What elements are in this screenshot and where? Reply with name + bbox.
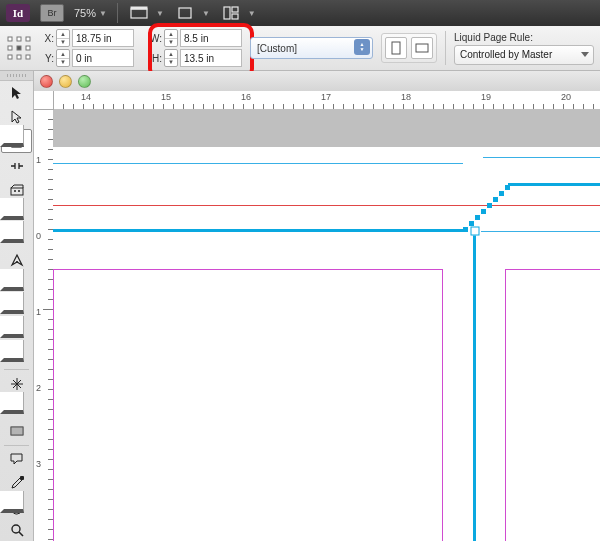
document-window: 14 15 16 17 18 19 20 1 0 1 2 3 [34,71,600,541]
ruler-number: 15 [161,92,171,102]
ruler-number: 20 [561,92,571,102]
portrait-button[interactable] [385,37,407,59]
svg-rect-7 [17,37,21,41]
free-transform-tool[interactable] [0,372,33,396]
chevron-down-icon: ▼ [248,9,256,18]
svg-point-20 [18,190,20,192]
svg-rect-18 [11,188,23,195]
chevron-down-icon: ▼ [99,9,107,18]
gradient-feather-tool[interactable] [0,419,33,443]
y-label: Y: [40,53,54,64]
zoom-level-dropdown[interactable]: 75% ▼ [74,7,107,19]
w-label: W: [148,33,162,44]
bridge-button[interactable]: Br [40,4,64,22]
close-window-button[interactable] [40,75,53,88]
app-logo-indesign: Id [6,4,30,22]
ruler-number: 0 [36,231,41,241]
w-field[interactable]: 8.5 in [180,29,242,47]
svg-point-36 [12,525,20,533]
content-collector-tool[interactable] [0,178,33,202]
vertical-ruler[interactable]: 1 0 1 2 3 [34,91,54,541]
x-label: X: [40,33,54,44]
h-stepper[interactable]: ▲▼ [164,49,178,67]
eyedropper-tool[interactable] [0,471,33,495]
application-bar: Id Br 75% ▼ ▼ ▼ ▼ [0,0,600,26]
ruler-number: 18 [401,92,411,102]
page-edge-guide [483,157,600,158]
x-field[interactable]: 18.75 in [72,29,134,47]
horizontal-ruler[interactable]: 14 15 16 17 18 19 20 [53,91,600,110]
ruler-number: 19 [481,92,491,102]
document-titlebar[interactable] [34,71,600,92]
svg-rect-0 [131,9,147,18]
ruler-origin[interactable] [34,91,54,110]
panel-grip[interactable] [0,71,33,81]
chevron-down-icon: ▼ [202,9,210,18]
margin-frame [53,269,443,541]
h-field[interactable]: 13.5 in [180,49,242,67]
svg-rect-8 [26,37,30,41]
y-field[interactable]: 0 in [72,49,134,67]
ruler-number: 1 [36,307,41,317]
zoom-tool[interactable] [0,518,33,541]
svg-rect-15 [392,42,400,54]
svg-rect-5 [232,14,238,19]
chevron-down-icon: ▼ [156,9,164,18]
liquid-page-rule-group: Liquid Page Rule: Controlled by Master [454,32,594,65]
svg-rect-3 [224,7,230,19]
selected-page-frame[interactable] [508,183,600,186]
svg-rect-35 [20,476,24,480]
page-size-preset-dropdown[interactable]: [Custom] ▲▼ [250,37,373,59]
svg-rect-10 [17,46,21,50]
zoom-window-button[interactable] [78,75,91,88]
minimize-window-button[interactable] [59,75,72,88]
svg-rect-2 [179,8,191,18]
direct-selection-tool[interactable] [0,105,33,129]
liquid-value: Controlled by Master [460,49,552,60]
svg-rect-34 [11,427,23,435]
page-edge-guide [53,163,463,164]
selection-handle[interactable] [471,227,480,236]
reference-point-grid[interactable] [6,35,32,61]
svg-point-19 [14,190,16,192]
dropdown-arrows-icon: ▲▼ [354,39,370,55]
svg-rect-16 [416,44,428,52]
screen-mode-button[interactable] [174,4,196,22]
x-stepper[interactable]: ▲▼ [56,29,70,47]
liquid-page-rule-label: Liquid Page Rule: [454,32,594,43]
svg-rect-13 [17,55,21,59]
svg-line-37 [19,532,23,536]
orientation-group [381,33,437,63]
pasteboard [53,109,600,147]
view-options-button[interactable] [128,4,150,22]
selection-tool[interactable] [0,81,33,105]
svg-rect-11 [26,46,30,50]
y-stepper[interactable]: ▲▼ [56,49,70,67]
selected-page-frame[interactable] [473,229,476,541]
zoom-value: 75% [74,7,96,19]
separator [117,3,118,23]
xy-group: X: ▲▼ 18.75 in Y: ▲▼ 0 in [40,29,134,67]
w-stepper[interactable]: ▲▼ [164,29,178,47]
margin-guide [53,205,600,206]
liquid-page-rule-dropdown[interactable]: Controlled by Master [454,45,594,65]
selected-page-frame[interactable] [53,229,463,232]
document-canvas[interactable] [53,109,600,541]
gap-tool[interactable] [0,154,33,178]
ruler-number: 17 [321,92,331,102]
wh-group: W: ▲▼ 8.5 in H: ▲▼ 13.5 in [148,29,242,67]
tools-panel: T [0,71,34,541]
svg-rect-6 [8,37,12,41]
ruler-number: 14 [81,92,91,102]
landscape-button[interactable] [411,37,433,59]
svg-rect-1 [131,7,147,9]
h-label: H: [148,53,162,64]
svg-rect-14 [26,55,30,59]
pen-tool[interactable] [0,249,33,273]
ruler-number: 3 [36,459,41,469]
note-tool[interactable] [0,447,33,471]
separator [445,31,446,65]
ruler-number: 1 [36,155,41,165]
preset-value: [Custom] [257,43,297,54]
arrange-documents-button[interactable] [220,4,242,22]
